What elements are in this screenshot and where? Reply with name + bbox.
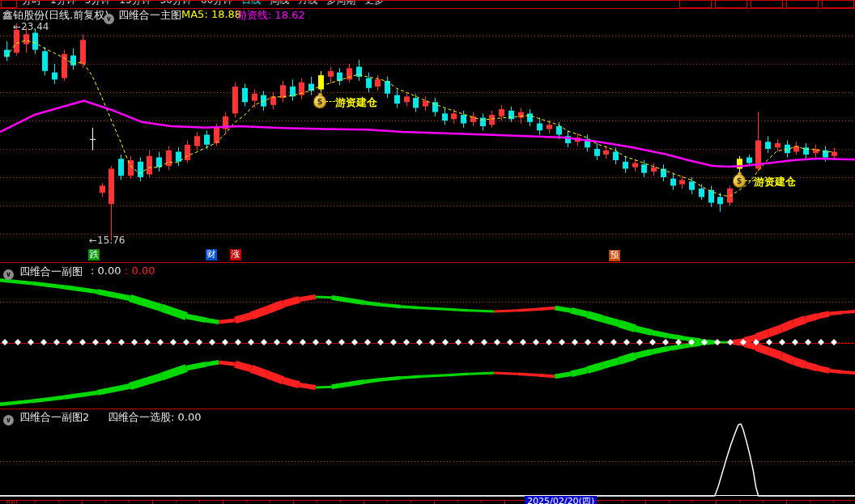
- chevron-down-icon[interactable]: ∨: [3, 269, 14, 280]
- panel2-value-white: : 0.00: [91, 265, 121, 277]
- signal-badge-forecast: 预: [609, 250, 620, 261]
- toolbar-buttons: [679, 0, 854, 8]
- tab-1min[interactable]: 1分钟: [50, 0, 76, 7]
- main-indicator-name[interactable]: 四维合一主图: [118, 8, 181, 23]
- tab-fenshi[interactable]: 分时: [22, 0, 41, 7]
- toolbar-button[interactable]: [751, 0, 783, 8]
- youzi-line-value-label: 游资线: 18.62: [236, 8, 305, 23]
- tab-15min[interactable]: 15分钟: [119, 0, 151, 7]
- chart-canvas[interactable]: [0, 0, 855, 504]
- tab-weekly[interactable]: 周线: [270, 0, 289, 7]
- period-tabs: 分时 1分钟 5分钟 15分钟 30分钟 60分钟 日线 周线 月线 多周期 更…: [22, 0, 384, 7]
- tab-more[interactable]: 更多: [364, 0, 384, 7]
- panel2-value-red: : 0.00: [125, 265, 155, 277]
- signal-badge-fall: 跌: [88, 249, 100, 260]
- stock-chart-window: 分时 1分钟 5分钟 15分钟 30分钟 60分钟 日线 周线 月线 多周期 更…: [0, 0, 855, 504]
- toolbar-button[interactable]: [786, 0, 819, 8]
- hot-money-signal-label: 游资建仓: [335, 95, 377, 110]
- panel3-indicator-name[interactable]: 四维合一副图2: [19, 410, 89, 425]
- panel3-selector-label: 四维合一选股: 0.00: [108, 410, 201, 425]
- money-bag-icon: $: [733, 174, 746, 188]
- panel2-indicator-name[interactable]: 四维合一副图: [19, 265, 83, 279]
- tab-5min[interactable]: 5分钟: [85, 0, 111, 7]
- signal-connector-dash: [325, 101, 335, 102]
- tab-multi-period[interactable]: 多周期: [326, 0, 355, 7]
- cursor-date-label: 2025/02/20(四): [525, 496, 597, 504]
- low-price-annotation: ←15.76: [89, 235, 125, 246]
- hot-money-signal-label: 游资建仓: [754, 175, 796, 189]
- chevron-down-icon[interactable]: ∨: [104, 14, 114, 24]
- high-price-annotation: ←23.44: [13, 21, 49, 32]
- tab-daily[interactable]: 日线: [241, 0, 261, 7]
- toolbar-button[interactable]: [679, 0, 712, 8]
- app-menu-icon[interactable]: [1, 0, 17, 8]
- chevron-down-icon[interactable]: ∨: [3, 415, 14, 426]
- top-menu-bar: 分时 1分钟 5分钟 15分钟 30分钟 60分钟 日线 周线 月线 多周期 更…: [0, 0, 855, 9]
- toolbar-button[interactable]: [715, 0, 747, 8]
- ma5-value-label: MA5: 18.88: [181, 8, 241, 20]
- tab-monthly[interactable]: 月线: [298, 0, 317, 7]
- tab-30min[interactable]: 30分钟: [160, 0, 192, 7]
- toolbar-button[interactable]: [822, 0, 854, 8]
- signal-badge-wealth: 财: [206, 249, 217, 260]
- money-bag-icon: $: [313, 95, 326, 108]
- tab-60min[interactable]: 60分钟: [201, 0, 232, 7]
- signal-badge-rise: 涨: [230, 249, 241, 260]
